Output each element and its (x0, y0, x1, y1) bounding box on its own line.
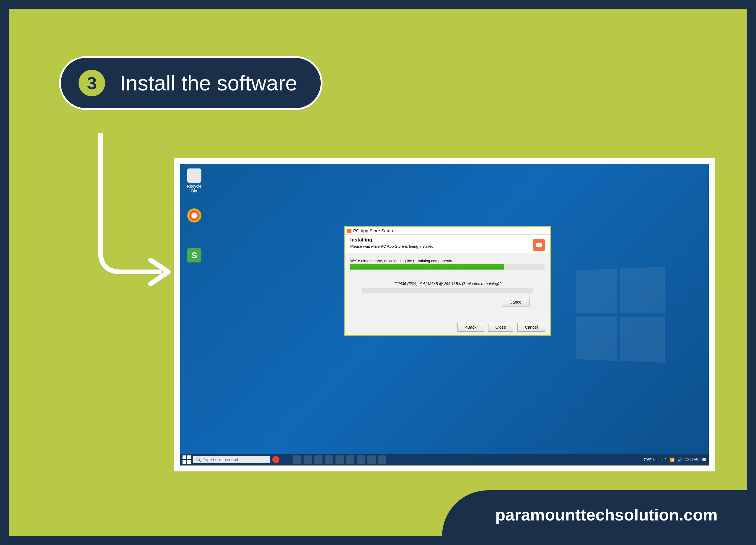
taskbar-app-icon[interactable] (304, 456, 312, 464)
arrow-connector (83, 133, 177, 299)
start-button[interactable] (183, 456, 191, 464)
installer-window: PC App Store Setup Installing Please wai… (344, 226, 551, 336)
system-tray: 79°F Haze ˄ 📶 🔊 10:01 AM 💬 (643, 458, 706, 462)
cancel-download-button[interactable]: Cancel (502, 298, 530, 307)
website-footer: paramounttechsolution.com (442, 490, 747, 536)
wifi-icon[interactable]: 📶 (670, 458, 674, 462)
recycle-bin-icon (187, 168, 201, 183)
step-number-badge: 3 (79, 70, 105, 96)
desktop-icon-recycle-bin[interactable]: Recycle Bin (186, 168, 202, 193)
main-progress-bar (350, 264, 545, 269)
desktop-background: Recycle Bin S PC App Store Setup Install… (180, 164, 709, 466)
window-title: PC App Store Setup (353, 228, 393, 233)
installer-footer: <Back Close Cancel (345, 319, 550, 335)
status-text: We're almost done, downloading the remai… (350, 258, 545, 263)
close-button[interactable]: Close (488, 323, 514, 332)
app-logo-icon (533, 239, 545, 251)
tray-chevron-icon[interactable]: ˄ (665, 458, 667, 462)
cortana-icon[interactable] (272, 456, 279, 463)
search-placeholder: Type here to search (203, 457, 239, 462)
weather-widget[interactable]: 79°F Haze (643, 458, 662, 462)
main-progress-fill (350, 264, 504, 269)
step-number: 3 (87, 73, 97, 93)
step-title: Install the software (120, 71, 297, 95)
windows-logo-watermark (572, 268, 664, 361)
taskbar-app-icon[interactable] (314, 456, 322, 464)
search-icon: 🔍 (196, 457, 201, 462)
step-header: 3 Install the software (59, 56, 322, 110)
installer-header: Installing Please wait while PC App Stor… (345, 235, 550, 253)
website-url: paramounttechsolution.com (495, 505, 718, 524)
sub-progress-bar (362, 288, 533, 294)
taskbar-app-icon[interactable] (367, 456, 376, 464)
clock[interactable]: 10:01 AM (685, 458, 699, 461)
screenshot-frame: Recycle Bin S PC App Store Setup Install… (174, 158, 715, 471)
desktop-icon-app[interactable]: S (186, 248, 202, 263)
taskbar-app-icon[interactable] (378, 456, 386, 464)
installer-body: We're almost done, downloading the remai… (345, 253, 550, 319)
cancel-button[interactable]: Cancel (517, 323, 545, 332)
taskbar: 🔍 Type here to search 79°F Haze ˄ 📶 🔊 10… (180, 454, 709, 466)
taskbar-search[interactable]: 🔍 Type here to search (193, 456, 270, 463)
time-text: 10:01 AM (685, 458, 699, 461)
chrome-icon (187, 208, 201, 222)
installer-subheading: Please wait while PC App Store is being … (350, 244, 545, 248)
titlebar[interactable]: PC App Store Setup (345, 227, 550, 235)
taskbar-app-icon[interactable] (325, 456, 333, 464)
app-icon: S (187, 248, 201, 262)
back-button[interactable]: <Back (457, 323, 484, 332)
download-info: "22436 (53%) of 41426kB @ 266.1kB/s (3 m… (350, 282, 545, 286)
installer-heading: Installing (350, 237, 545, 243)
taskbar-app-icon[interactable] (357, 456, 365, 464)
titlebar-app-icon (347, 229, 351, 233)
volume-icon[interactable]: 🔊 (677, 458, 682, 462)
notifications-icon[interactable]: 💬 (702, 458, 706, 462)
taskbar-app-icon[interactable] (293, 456, 301, 464)
taskbar-app-icon[interactable] (346, 456, 354, 464)
desktop-icon-chrome[interactable] (186, 208, 202, 224)
taskbar-app-icon[interactable] (335, 456, 344, 464)
desktop-icon-label: Recycle Bin (186, 184, 202, 193)
